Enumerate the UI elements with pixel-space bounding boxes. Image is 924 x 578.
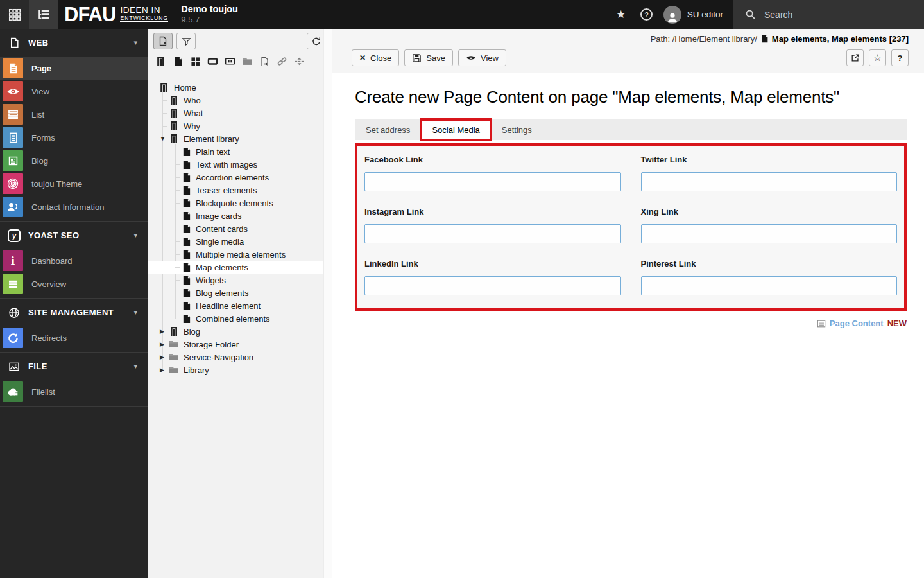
fingerprint-icon (3, 173, 23, 194)
filter-button[interactable] (176, 33, 196, 49)
tab-set-address[interactable]: Set address (355, 119, 421, 140)
tree-item-what[interactable]: What (148, 107, 332, 119)
tree-item-storage-folder[interactable]: ▶ Storage Folder (148, 338, 332, 351)
overview-icon (3, 274, 23, 294)
expand-arrow-icon[interactable]: ▶ (160, 367, 164, 373)
expand-arrow-icon[interactable]: ▶ (160, 354, 164, 360)
bookmark-button[interactable]: ☆ (869, 49, 886, 66)
pagetree-toggle-button[interactable] (29, 0, 58, 29)
view-button[interactable]: View (458, 49, 506, 66)
section-site-management: SITE MANAGEMENT ▾ Redirects (0, 299, 148, 353)
modules-grid-button[interactable] (0, 0, 29, 29)
global-search[interactable]: Search (733, 0, 924, 29)
expand-arrow-icon[interactable]: ▶ (160, 341, 164, 347)
facebook-link-input[interactable] (364, 172, 621, 191)
tab-social-media[interactable]: Social Media (421, 119, 490, 140)
sidebar-item-contact-information[interactable]: Contact Information (0, 195, 148, 218)
mountpoint-page-icon[interactable] (225, 56, 235, 67)
tree-item-blog-page[interactable]: ▶ Blog (148, 325, 332, 338)
tree-scrollbar[interactable] (323, 29, 332, 578)
page-icon (182, 224, 191, 234)
tree-item-map-elements[interactable]: Map elements (148, 261, 332, 274)
tree-item-why[interactable]: Why (148, 119, 332, 132)
sidebar-item-toujou-theme[interactable]: toujou Theme (0, 172, 148, 195)
tree-item-blog-elements[interactable]: Blog elements (148, 286, 332, 299)
tree-item-widgets[interactable]: Widgets (148, 274, 332, 286)
sidebar-item-filelist[interactable]: Filelist (0, 380, 148, 403)
doc-help-button[interactable]: ? (891, 49, 909, 66)
page-icon (182, 160, 191, 170)
tree-item-text-with-images[interactable]: Text with images (148, 158, 332, 171)
page-icon (182, 147, 191, 157)
sidebar-item-overview[interactable]: Overview (0, 272, 148, 295)
tree-item-content-cards[interactable]: Content cards (148, 222, 332, 235)
collapse-arrow-icon[interactable]: ▼ (160, 136, 166, 142)
twitter-link-input[interactable] (641, 172, 898, 191)
user-menu[interactable]: SU editor (660, 0, 733, 29)
tree-item-teaser-elements[interactable]: Teaser elements (148, 184, 332, 197)
new-page-button[interactable] (153, 33, 173, 49)
grid-page-icon[interactable] (190, 56, 201, 67)
instagram-link-input[interactable] (364, 224, 621, 243)
record-type-label: Page Content (830, 319, 884, 328)
sidebar-item-redirects[interactable]: Redirects (0, 326, 148, 349)
section-header-site-management[interactable]: SITE MANAGEMENT ▾ (0, 299, 148, 326)
tree-item-plain-text[interactable]: Plain text (148, 145, 332, 158)
refresh-icon (311, 36, 321, 46)
expand-arrow-icon[interactable]: ▶ (160, 328, 164, 335)
section-header-file[interactable]: FILE ▾ (0, 353, 148, 380)
door-page-icon (169, 95, 179, 105)
grid-icon (8, 8, 22, 22)
separator-icon[interactable] (294, 56, 305, 67)
chevron-down-icon: ▾ (133, 39, 137, 47)
tree-item-combined-elements[interactable]: Combined elements (148, 312, 332, 325)
folder-icon[interactable] (242, 56, 253, 67)
tree-item-image-cards[interactable]: Image cards (148, 209, 332, 222)
sidebar-item-forms[interactable]: Forms (0, 126, 148, 149)
page-icon (182, 314, 191, 324)
linkedin-link-input[interactable] (364, 276, 621, 295)
doc-toolbar: ✕ Close Save View ☆ ? (348, 49, 909, 66)
sidebar-item-page[interactable]: Page (0, 57, 148, 80)
tree-item-blockquote-elements[interactable]: Blockquote elements (148, 197, 332, 209)
shortcut-page-icon[interactable] (207, 56, 218, 67)
help-button[interactable]: ? (634, 0, 660, 29)
tree-item-single-media[interactable]: Single media (148, 235, 332, 248)
sidebar-item-blog[interactable]: Blog (0, 149, 148, 172)
pinterest-link-input[interactable] (641, 276, 898, 295)
tab-settings[interactable]: Settings (491, 119, 543, 140)
typo3-version: 9.5.7 (181, 15, 238, 25)
sidebar-item-list[interactable]: List (0, 103, 148, 126)
tree-item-headline-element[interactable]: Headline element (148, 299, 332, 312)
tree-item-library[interactable]: ▶ Library (148, 363, 332, 376)
bookmark-star-button[interactable]: ★ (608, 0, 634, 29)
search-label: Search (764, 10, 792, 20)
page-icon[interactable] (173, 56, 184, 67)
sidebar-item-view[interactable]: View (0, 80, 148, 103)
save-button[interactable]: Save (404, 49, 453, 66)
tree-item-accordion-elements[interactable]: Accordion elements (148, 171, 332, 184)
close-button[interactable]: ✕ Close (352, 49, 399, 66)
xing-link-input[interactable] (641, 224, 898, 243)
tree-item-element-library[interactable]: ▼ Element library (148, 132, 332, 145)
open-in-new-window-button[interactable] (846, 49, 864, 66)
page-type-dragbar (153, 49, 326, 73)
search-icon (745, 9, 756, 20)
section-header-yoast[interactable]: y YOAST SEO ▾ (0, 222, 148, 249)
tree-item-service-navigation[interactable]: ▶ Service-Navigation (148, 351, 332, 363)
site-name: Demo toujou (181, 3, 238, 15)
question-icon: ? (898, 53, 903, 63)
link-icon[interactable] (277, 56, 287, 67)
section-header-web[interactable]: WEB ▾ (0, 29, 148, 57)
door-page-icon[interactable] (155, 56, 166, 67)
page-icon (182, 288, 191, 298)
tree-item-who[interactable]: Who (148, 94, 332, 107)
sidebar-item-dashboard[interactable]: i Dashboard (0, 249, 148, 272)
chevron-down-icon: ▾ (133, 308, 137, 317)
field-xing-link: Xing Link (641, 207, 898, 243)
tree-item-home[interactable]: Home (148, 81, 332, 94)
tree-item-multiple-media-elements[interactable]: Multiple media elements (148, 248, 332, 261)
logo-claim: IDEEN IN ENTWICKLUNG (120, 6, 168, 23)
page-icon (182, 263, 191, 272)
page-arrow-icon[interactable] (259, 56, 270, 67)
